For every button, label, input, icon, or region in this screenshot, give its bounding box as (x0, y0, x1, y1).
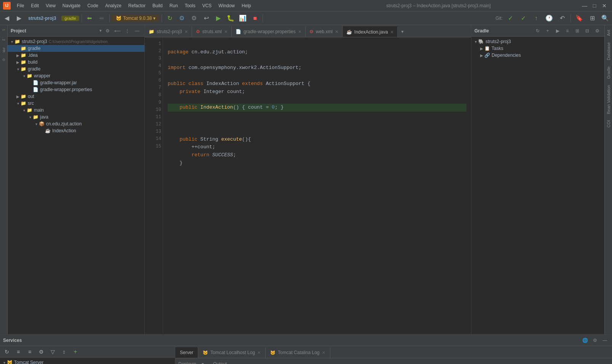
menu-window[interactable]: Window (215, 2, 238, 9)
rebuild-button[interactable]: ⚙ (189, 13, 199, 24)
run-button[interactable]: ▶ (213, 13, 224, 24)
services-tomcat-server[interactable]: ▾ 🐱 Tomcat Server (0, 359, 175, 364)
services-collapse[interactable]: ≡ (13, 346, 24, 357)
tree-wrapper[interactable]: ▾ 📁 wrapper (8, 72, 144, 79)
menu-help[interactable]: Help (239, 2, 254, 9)
tree-wrapper-props[interactable]: 📄 gradle-wrapper.properties (8, 86, 144, 93)
tab-struts[interactable]: ⚙ struts.xml ✕ (192, 26, 232, 37)
gradle-settings[interactable]: ⚙ (593, 27, 601, 35)
panel-config-button[interactable]: ⚙ (103, 27, 112, 35)
code-content[interactable]: package cn.edu.zjut.action; import com.o… (163, 37, 471, 334)
tab-gradle-props[interactable]: 📄 gradle-wrapper.properties ✕ (232, 26, 306, 37)
tab-indexaction-close[interactable]: ✕ (390, 30, 394, 35)
gradle-tasks[interactable]: ≡ (563, 27, 572, 35)
search-everywhere[interactable]: 🔍 (600, 13, 610, 24)
right-label-gradle[interactable]: Gradle (606, 63, 612, 82)
commit-icon[interactable]: ⊙ (0, 56, 7, 63)
layout-button[interactable]: ⊞ (587, 13, 598, 24)
services-refresh[interactable]: ↻ (2, 346, 12, 357)
menu-run[interactable]: Run (167, 2, 181, 9)
run-prev-button[interactable]: ↩ (201, 13, 211, 24)
menu-tools[interactable]: Tools (182, 2, 199, 9)
tomcat-run-config[interactable]: 🐱 Tomcat 9.0.38 ▾ (112, 15, 159, 22)
gradle-refresh[interactable]: ↻ (533, 27, 542, 35)
menu-code[interactable]: Code (84, 2, 101, 9)
debug-button[interactable]: 🐛 (225, 13, 236, 24)
tab-project[interactable]: 📁 struts2-proj3 ✕ (145, 26, 192, 37)
tree-gradle-top[interactable]: 📁 gradle (8, 45, 144, 52)
panel-close-button[interactable]: — (133, 27, 141, 35)
refresh-button[interactable]: ↻ (164, 13, 175, 24)
pull-requests-icon[interactable]: PR (0, 47, 7, 53)
tree-build[interactable]: ▶ 📁 build (8, 59, 144, 66)
services-minimize[interactable]: — (601, 336, 609, 345)
services-tab-catalina-log[interactable]: 🐱 Tomcat Catalina Log ✕ (266, 347, 330, 358)
tab-struts-close[interactable]: ✕ (224, 29, 227, 34)
services-add-config[interactable]: ⚙ (36, 346, 46, 357)
right-label-bean[interactable]: Bean Validation (606, 82, 612, 117)
bookmark-button[interactable]: 🔖 (574, 13, 585, 24)
panel-settings-button[interactable]: ⋮ (123, 27, 131, 35)
tab-overflow-button[interactable]: ▾ (398, 26, 407, 37)
gradle-add[interactable]: + (543, 27, 552, 35)
services-filter[interactable]: ▽ (47, 346, 58, 357)
services-settings[interactable]: ⚙ (591, 336, 599, 345)
menu-build[interactable]: Build (149, 2, 166, 9)
menu-edit[interactable]: Edit (28, 2, 42, 9)
menu-file[interactable]: File (14, 2, 27, 9)
tree-index-action[interactable]: ☕ IndexAction (8, 127, 144, 134)
tab-gradle-close[interactable]: ✕ (298, 29, 301, 34)
right-label-ant[interactable]: Ant (606, 27, 612, 39)
build-button[interactable]: ⚙ (176, 13, 187, 24)
forward-button[interactable]: ▶ (14, 13, 24, 24)
tab-webxml-close[interactable]: ✕ (335, 29, 338, 34)
services-tab-server[interactable]: Server (175, 347, 198, 358)
git-commit[interactable]: ✓ (518, 13, 529, 24)
gradle-root[interactable]: ▾ 🐘 struts2-proj3 (471, 38, 604, 45)
gradle-run[interactable]: ▶ (553, 27, 562, 35)
tree-out[interactable]: ▶ 📁 out (8, 93, 144, 100)
menu-view[interactable]: View (43, 2, 59, 9)
catalina-log-close[interactable]: ✕ (322, 350, 325, 355)
gradle-filter[interactable]: ⊞ (573, 27, 582, 35)
gradle-group[interactable]: ⊟ (583, 27, 591, 35)
services-sort[interactable]: ↕ (59, 346, 69, 357)
menu-refactor[interactable]: Refactor (125, 2, 149, 9)
nav-forward[interactable]: ➡ (96, 13, 107, 24)
tab-webxml[interactable]: ⚙ web.xml ✕ (306, 26, 343, 37)
project-icon[interactable]: 1 (0, 27, 7, 34)
tree-java[interactable]: ▾ 📁 java (8, 114, 144, 120)
menu-analyze[interactable]: Analyze (102, 2, 125, 9)
gradle-deps-node[interactable]: ▶ 🔗 Dependencies (471, 52, 604, 59)
services-add[interactable]: + (70, 346, 81, 357)
nav-back[interactable]: ⬅ (84, 13, 95, 24)
services-restore[interactable]: 🌐 (581, 336, 589, 345)
tree-wrapper-jar[interactable]: 📄 gradle-wrapper.jar (8, 79, 144, 86)
tree-root[interactable]: ▾ 📁 struts2-proj3 C:\Users\cht\Program\W… (8, 38, 144, 45)
services-tab-localhost-log[interactable]: 🐱 Tomcat Localhost Log ✕ (198, 347, 266, 358)
git-update[interactable]: ✓ (505, 13, 516, 24)
services-expand[interactable]: ≡ (24, 346, 35, 357)
panel-expand-button[interactable]: ⟵ (113, 27, 122, 35)
right-label-coi[interactable]: COI (606, 117, 612, 131)
deployment-dropdown[interactable]: ▾ (202, 361, 204, 364)
git-revert[interactable]: ↶ (557, 13, 567, 24)
menu-navigate[interactable]: Navigate (59, 2, 83, 9)
tab-indexaction[interactable]: ☕ IndexAction.java ✕ (343, 26, 398, 37)
maximize-button[interactable]: □ (590, 1, 599, 10)
minimize-button[interactable]: — (580, 1, 589, 10)
git-push[interactable]: ↑ (531, 13, 542, 24)
close-button[interactable]: ✕ (600, 1, 609, 10)
stop-button[interactable]: ■ (250, 13, 260, 24)
right-label-database[interactable]: Database (606, 39, 612, 63)
tab-project-close[interactable]: ✕ (184, 29, 188, 34)
tree-src[interactable]: ▾ 📁 src (8, 100, 144, 107)
localhost-log-close[interactable]: ✕ (257, 350, 261, 355)
tree-package[interactable]: ▾ 📦 cn.edu.zjut.action (8, 120, 144, 127)
menu-vcs[interactable]: VCS (199, 2, 215, 9)
gradle-tasks-node[interactable]: ▶ 📋 Tasks (471, 45, 604, 52)
back-button[interactable]: ◀ (2, 13, 12, 24)
git-history[interactable]: 🕐 (544, 13, 554, 24)
run-with-coverage[interactable]: 📊 (237, 13, 248, 24)
structure-icon[interactable]: 2 (0, 37, 7, 43)
